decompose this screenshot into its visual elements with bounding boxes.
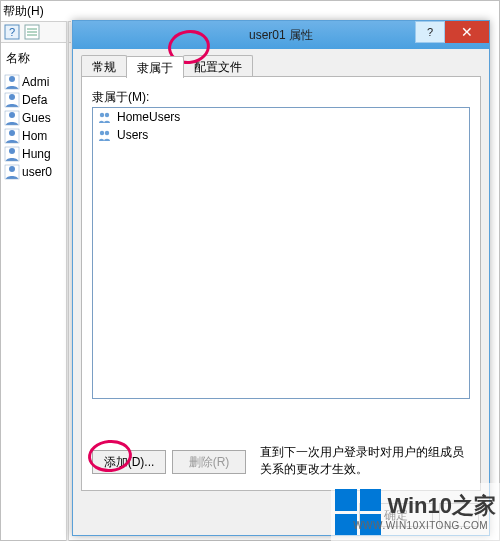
list-item-label: Defa <box>22 93 47 107</box>
titlebar-help-button[interactable]: ? <box>415 21 445 43</box>
svg-point-14 <box>9 148 15 154</box>
svg-point-16 <box>9 166 15 172</box>
member-of-label: 隶属于(M): <box>92 89 149 106</box>
watermark: Win10之家 WWW.WIN10XITONG.COM <box>331 483 500 541</box>
svg-point-12 <box>9 130 15 136</box>
user-icon <box>4 128 20 144</box>
user-icon <box>4 74 20 90</box>
splitter[interactable] <box>66 21 69 541</box>
side-column-header[interactable]: 名称 <box>4 46 64 73</box>
tab-panel: 隶属于(M): HomeUsersUsers 添加(D)... 删除(R) 直到… <box>81 76 481 491</box>
user-icon <box>4 146 20 162</box>
member-of-list[interactable]: HomeUsersUsers <box>92 107 470 399</box>
toolbar: ? <box>1 21 71 43</box>
svg-point-18 <box>100 113 104 117</box>
hint-text: 直到下一次用户登录时对用户的组成员关系的更改才生效。 <box>260 444 468 478</box>
svg-text:?: ? <box>9 26 15 38</box>
list-item-label: Hom <box>22 129 47 143</box>
add-button[interactable]: 添加(D)... <box>92 450 166 474</box>
list-item-label: Gues <box>22 111 51 125</box>
user-icon <box>4 92 20 108</box>
close-button[interactable]: ✕ <box>445 21 489 43</box>
help-icon[interactable]: ? <box>3 23 21 41</box>
group-icon <box>97 127 113 143</box>
svg-point-20 <box>100 131 104 135</box>
properties-icon[interactable] <box>23 23 41 41</box>
dialog-body: 常规 隶属于 配置文件 隶属于(M): HomeUsersUsers 添加(D)… <box>73 49 489 535</box>
list-item[interactable]: user0 <box>4 163 64 181</box>
tab-member-of[interactable]: 隶属于 <box>126 56 184 78</box>
titlebar[interactable]: user01 属性 ? ✕ <box>73 21 489 49</box>
side-panel: 名称 AdmiDefaGuesHomHunguser0 <box>4 46 64 181</box>
tab-profile[interactable]: 配置文件 <box>183 55 253 77</box>
watermark-brand: Win10之家 <box>387 491 496 521</box>
user-icon <box>4 164 20 180</box>
list-item[interactable]: Gues <box>4 109 64 127</box>
remove-button: 删除(R) <box>172 450 246 474</box>
list-item[interactable]: Hung <box>4 145 64 163</box>
user-icon <box>4 110 20 126</box>
list-item[interactable]: Hom <box>4 127 64 145</box>
list-item-label: Users <box>117 128 148 142</box>
svg-point-6 <box>9 76 15 82</box>
tab-general[interactable]: 常规 <box>81 55 127 77</box>
svg-point-8 <box>9 94 15 100</box>
list-item-label: Hung <box>22 147 51 161</box>
list-item[interactable]: HomeUsers <box>93 108 469 126</box>
svg-point-19 <box>105 113 109 117</box>
menu-help[interactable]: 帮助(H) <box>3 3 44 20</box>
list-item-label: user0 <box>22 165 52 179</box>
list-item[interactable]: Admi <box>4 73 64 91</box>
svg-point-21 <box>105 131 109 135</box>
list-item[interactable]: Defa <box>4 91 64 109</box>
svg-point-10 <box>9 112 15 118</box>
list-item-label: Admi <box>22 75 49 89</box>
properties-dialog: user01 属性 ? ✕ 常规 隶属于 配置文件 隶属于(M): HomeUs… <box>72 20 490 536</box>
watermark-url: WWW.WIN10XITONG.COM <box>353 520 488 531</box>
list-item-label: HomeUsers <box>117 110 180 124</box>
group-icon <box>97 109 113 125</box>
list-item[interactable]: Users <box>93 126 469 144</box>
tab-row: 常规 隶属于 配置文件 <box>81 55 252 77</box>
